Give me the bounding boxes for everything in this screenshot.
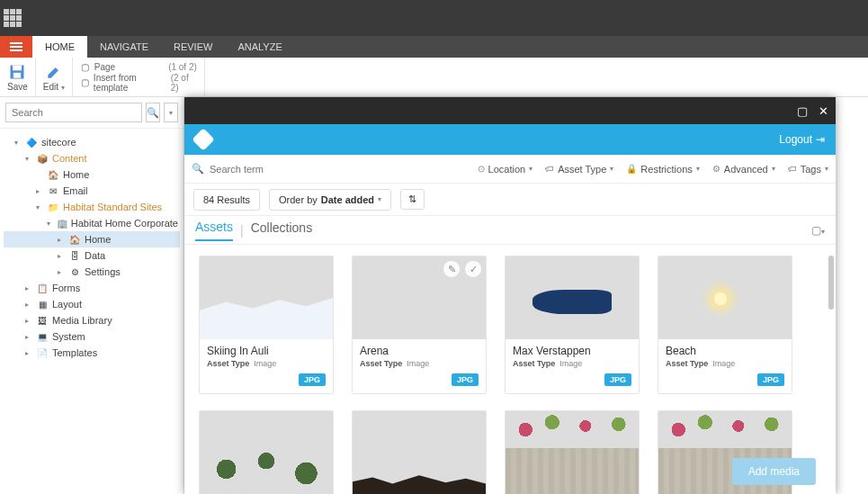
search-icon: 🔍 bbox=[192, 163, 204, 175]
tree-item-home[interactable]: 🏠Home bbox=[4, 166, 180, 183]
tree-item-layout[interactable]: ▸▦Layout bbox=[4, 296, 180, 312]
tree-node-label: Home bbox=[63, 169, 89, 180]
tree-node-label: Layout bbox=[52, 299, 82, 310]
asset-card[interactable]: Macy's Flower Show Crop bbox=[505, 410, 640, 494]
edit-label: Edit ▾ bbox=[43, 82, 65, 92]
ribbon-tabs: HOMENAVIGATEREVIEWANALYZE bbox=[0, 36, 868, 58]
expand-icon: ▸ bbox=[58, 268, 65, 276]
asset-thumbnail bbox=[658, 256, 792, 339]
tree-item-content[interactable]: ▾📦Content bbox=[4, 150, 180, 166]
tree-item-home[interactable]: ▸🏠Home bbox=[4, 231, 180, 247]
menu-button[interactable] bbox=[0, 36, 32, 58]
ribbon-tab-home[interactable]: HOME bbox=[32, 36, 87, 58]
edit-button[interactable]: Edit ▾ bbox=[36, 58, 73, 96]
filter-location[interactable]: ⊙Location▾ bbox=[478, 164, 533, 175]
insert-template-option[interactable]: ▢ Insert from template (2 of 2) bbox=[80, 73, 197, 93]
asset-grid: Skiing In AuliAsset Type ImageJPG✎✓Arena… bbox=[184, 245, 836, 494]
asset-card[interactable]: ✎✓ArenaAsset Type ImageJPG bbox=[352, 256, 487, 394]
tree-node-icon: 🏠 bbox=[68, 233, 81, 246]
expand-icon: ▸ bbox=[25, 349, 32, 357]
asset-thumbnail bbox=[200, 256, 333, 339]
asset-card[interactable]: Skiing In AuliAsset Type ImageJPG bbox=[199, 256, 334, 394]
format-badge: JPG bbox=[757, 373, 784, 386]
close-icon[interactable]: ✕ bbox=[819, 104, 828, 118]
asset-card[interactable]: BeachAsset Type ImageJPG bbox=[658, 256, 792, 394]
asset-title: Arena bbox=[353, 339, 486, 359]
filter-tags[interactable]: 🏷Tags▾ bbox=[788, 164, 828, 175]
add-media-button[interactable]: Add media bbox=[732, 458, 816, 485]
filter-asset-type[interactable]: 🏷Asset Type▾ bbox=[545, 164, 613, 175]
asset-card[interactable]: Max VerstappenAsset Type ImageJPG bbox=[505, 256, 640, 394]
asset-meta: Asset Type Image bbox=[658, 359, 792, 373]
tree-search-input[interactable] bbox=[5, 103, 142, 122]
tree-item-data[interactable]: ▸🗄Data bbox=[4, 247, 180, 264]
view-tabs: Assets | Collections ▢▾ bbox=[184, 216, 836, 245]
asset-title: Skiing In Auli bbox=[200, 339, 333, 359]
expand-icon: ▾ bbox=[14, 139, 22, 147]
app-header bbox=[0, 0, 868, 36]
format-badge: JPG bbox=[299, 373, 326, 386]
asset-card[interactable]: John-Fowler-1674829-Unsp... bbox=[352, 410, 487, 494]
edit-icon bbox=[45, 63, 63, 81]
grid-view-button[interactable]: ▢▾ bbox=[811, 224, 825, 237]
tree-item-media-library[interactable]: ▸🖼Media Library bbox=[4, 312, 180, 328]
maximize-icon[interactable]: ▢ bbox=[797, 104, 808, 118]
order-by-dropdown[interactable]: Order by Date added ▾ bbox=[269, 189, 391, 211]
tree-search-dropdown[interactable]: ▾ bbox=[164, 103, 178, 122]
app-launcher-icon[interactable] bbox=[4, 9, 22, 27]
tab-collections[interactable]: Collections bbox=[251, 220, 312, 240]
tree-item-settings[interactable]: ▸⚙Settings bbox=[4, 264, 180, 280]
tree-node-label: Settings bbox=[85, 266, 121, 277]
tree-search-button[interactable]: 🔍 bbox=[146, 103, 160, 122]
tree-item-sitecore[interactable]: ▾🔷sitecore bbox=[4, 134, 180, 150]
filter-advanced[interactable]: ⚙Advanced▾ bbox=[712, 164, 775, 175]
dialog-titlebar: ▢ ✕ bbox=[184, 97, 836, 124]
expand-icon: ▾ bbox=[47, 220, 53, 228]
expand-icon: ▸ bbox=[58, 236, 65, 244]
tree-item-forms[interactable]: ▸📋Forms bbox=[4, 280, 180, 296]
insert-group: ▢ Page (1 of 2) ▢ Insert from template (… bbox=[73, 58, 205, 96]
filter-icon: 🏷 bbox=[545, 164, 554, 174]
content-tree: ▾🔷sitecore▾📦Content🏠Home▸✉Email▾📁Habitat… bbox=[0, 129, 183, 494]
tree-item-habitat-standard-sites[interactable]: ▾📁Habitat Standard Sites bbox=[4, 199, 180, 215]
tree-node-label: Data bbox=[85, 250, 105, 261]
tree-node-label: Content bbox=[52, 153, 87, 164]
tree-node-icon: 💻 bbox=[36, 330, 49, 343]
expand-icon: ▸ bbox=[25, 333, 32, 341]
asset-meta: Asset Type Image bbox=[353, 359, 486, 373]
save-button[interactable]: Save bbox=[0, 58, 36, 96]
select-asset-icon[interactable]: ✓ bbox=[464, 260, 482, 278]
expand-icon: ▸ bbox=[58, 252, 65, 260]
asset-search-input[interactable] bbox=[210, 164, 322, 175]
expand-icon: ▸ bbox=[25, 301, 32, 309]
asset-meta: Asset Type Image bbox=[200, 359, 333, 373]
filter-restrictions[interactable]: 🔒Restrictions▾ bbox=[626, 164, 699, 175]
filter-icon: ⚙ bbox=[712, 164, 720, 174]
tree-node-icon: 📁 bbox=[47, 201, 59, 213]
tree-item-habitat-home-corporate[interactable]: ▾🏢Habitat Home Corporate bbox=[4, 215, 180, 231]
tab-assets[interactable]: Assets bbox=[195, 220, 233, 241]
edit-asset-icon[interactable]: ✎ bbox=[443, 260, 461, 278]
tree-item-system[interactable]: ▸💻System bbox=[4, 328, 180, 345]
tree-item-templates[interactable]: ▸📄Templates bbox=[4, 345, 180, 361]
filter-icon: 🔒 bbox=[626, 164, 637, 174]
ribbon-tab-analyze[interactable]: ANALYZE bbox=[225, 36, 294, 58]
tree-node-icon: 🗄 bbox=[68, 249, 81, 262]
tree-item-email[interactable]: ▸✉Email bbox=[4, 183, 180, 199]
save-icon bbox=[8, 63, 26, 81]
asset-title: Beach bbox=[658, 339, 792, 359]
asset-card[interactable]: Bali bbox=[199, 410, 334, 494]
ribbon-tab-review[interactable]: REVIEW bbox=[161, 36, 225, 58]
logout-icon: ⇥ bbox=[816, 133, 825, 146]
scrollbar-thumb[interactable] bbox=[828, 256, 834, 310]
sort-direction-button[interactable]: ⇅ bbox=[400, 189, 425, 210]
insert-page-option[interactable]: ▢ Page (1 of 2) bbox=[80, 62, 197, 73]
tree-node-label: System bbox=[52, 331, 85, 342]
expand-icon: ▸ bbox=[25, 317, 32, 325]
tree-node-icon: 📄 bbox=[36, 346, 49, 359]
logout-link[interactable]: Logout ⇥ bbox=[779, 133, 825, 146]
tree-node-icon: 🖼 bbox=[36, 314, 49, 327]
ribbon-tab-navigate[interactable]: NAVIGATE bbox=[87, 36, 161, 58]
filter-bar: 🔍 ⊙Location▾🏷Asset Type▾🔒Restrictions▾⚙A… bbox=[184, 155, 836, 184]
tree-node-label: Media Library bbox=[52, 315, 112, 326]
